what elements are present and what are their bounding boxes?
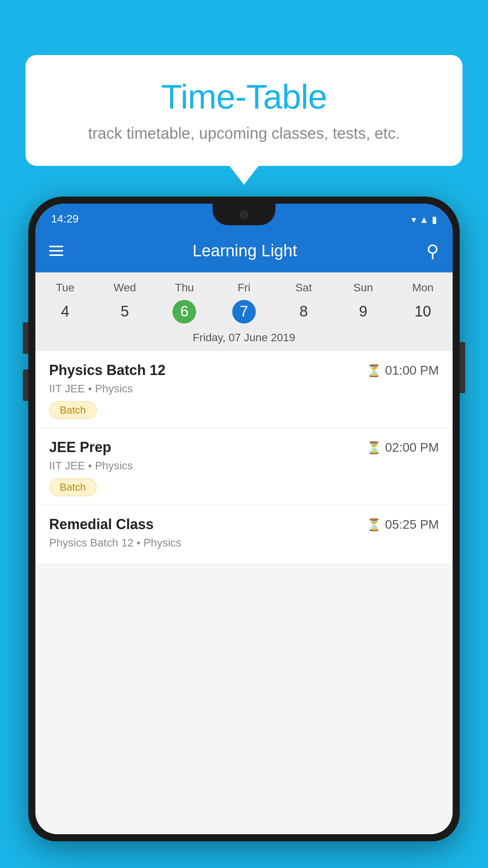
calendar-week: Tue Wed Thu Fri Sat Sun Mon 4 5 6 7 8 9 … [35,272,453,351]
day-10[interactable]: 10 [393,299,453,324]
phone-outer: 14:29 ▾ ▲ ▮ Learning Light ⚲ [28,197,460,841]
schedule-item-2[interactable]: JEE Prep ⏳ 02:00 PM IIT JEE • Physics Ba… [35,428,453,505]
schedule-item-3-header: Remedial Class ⏳ 05:25 PM [49,516,439,533]
day-header-wed: Wed [95,280,155,296]
bubble-title: Time-Table [49,77,439,117]
power-button [460,342,465,393]
schedule-list: Physics Batch 12 ⏳ 01:00 PM IIT JEE • Ph… [35,351,453,565]
speech-bubble-container: Time-Table track timetable, upcoming cla… [26,55,462,166]
schedule-item-1-badge: Batch [49,401,97,419]
schedule-item-3[interactable]: Remedial Class ⏳ 05:25 PM Physics Batch … [35,505,453,565]
notch [213,204,275,225]
camera-icon [240,210,248,219]
speech-bubble: Time-Table track timetable, upcoming cla… [26,55,462,166]
schedule-item-2-meta: IIT JEE • Physics [49,460,439,472]
volume-down-button [23,370,28,401]
day-8[interactable]: 8 [274,299,334,324]
day-headers: Tue Wed Thu Fri Sat Sun Mon [35,280,453,296]
schedule-item-1[interactable]: Physics Batch 12 ⏳ 01:00 PM IIT JEE • Ph… [35,351,453,428]
day-header-mon: Mon [393,280,453,296]
app-title: Learning Light [75,241,415,260]
day-4[interactable]: 4 [35,299,95,324]
signal-icon: ▲ [419,214,429,225]
schedule-item-2-header: JEE Prep ⏳ 02:00 PM [49,439,439,456]
schedule-item-2-name: JEE Prep [49,439,111,456]
hamburger-menu-button[interactable] [49,246,63,256]
schedule-item-1-name: Physics Batch 12 [49,362,165,379]
day-header-fri: Fri [214,280,274,296]
day-6-today[interactable]: 6 [172,300,196,324]
schedule-item-3-meta: Physics Batch 12 • Physics [49,537,439,549]
status-icons: ▾ ▲ ▮ [411,214,437,225]
wifi-icon: ▾ [411,214,416,225]
clock-icon-2: ⏳ [367,441,381,454]
clock-icon-3: ⏳ [367,518,381,531]
schedule-item-1-time: ⏳ 01:00 PM [367,363,439,378]
day-header-sun: Sun [334,280,393,296]
schedule-item-1-time-value: 01:00 PM [385,363,439,378]
schedule-item-1-header: Physics Batch 12 ⏳ 01:00 PM [49,362,439,379]
app-bar: Learning Light ⚲ [35,229,453,272]
volume-up-button [23,322,28,354]
status-time: 14:29 [51,213,79,225]
schedule-item-3-time-value: 05:25 PM [385,517,439,532]
clock-icon-1: ⏳ [367,364,381,377]
day-numbers: 4 5 6 7 8 9 10 [35,299,453,324]
schedule-item-2-time-value: 02:00 PM [385,440,439,455]
day-header-thu: Thu [154,280,214,296]
selected-date-label: Friday, 07 June 2019 [35,328,453,351]
schedule-item-2-time: ⏳ 02:00 PM [367,440,439,455]
day-9[interactable]: 9 [334,299,393,324]
search-button[interactable]: ⚲ [426,241,439,261]
battery-icon: ▮ [432,214,437,225]
day-7-selected[interactable]: 7 [232,300,256,324]
day-5[interactable]: 5 [95,299,155,324]
phone-container: 14:29 ▾ ▲ ▮ Learning Light ⚲ [28,197,460,868]
schedule-item-2-badge: Batch [49,478,97,496]
phone-screen: 14:29 ▾ ▲ ▮ Learning Light ⚲ [35,204,453,834]
bubble-subtitle: track timetable, upcoming classes, tests… [49,125,439,142]
day-header-tue: Tue [35,280,95,296]
schedule-item-1-meta: IIT JEE • Physics [49,383,439,395]
schedule-item-3-name: Remedial Class [49,516,154,533]
schedule-item-3-time: ⏳ 05:25 PM [367,517,439,532]
day-header-sat: Sat [274,280,334,296]
